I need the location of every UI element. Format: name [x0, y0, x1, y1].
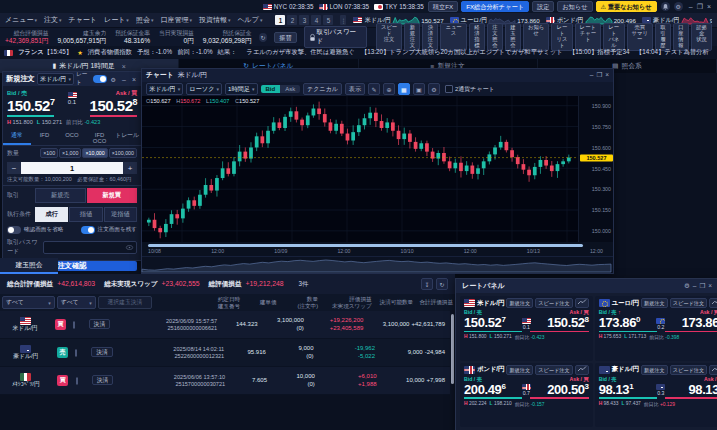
app-window-control[interactable]: × — [705, 3, 713, 11]
gear-icon[interactable]: ⚙ — [674, 2, 683, 11]
chart-pair-select[interactable]: 米ドル/円▾ — [146, 83, 183, 95]
qty-preset-button[interactable]: ×100 — [40, 148, 58, 158]
tile-bid-price[interactable]: 200.496 — [464, 383, 505, 397]
tile-スピード注文-button[interactable]: スピード注文 — [535, 298, 573, 308]
tile-ask-price[interactable]: 173.862 — [682, 316, 717, 330]
order-tab-2[interactable]: OCO — [58, 130, 86, 145]
quick-button[interactable]: レート チャート — [575, 23, 601, 50]
menu-item-注文[interactable]: 注文▾ — [44, 15, 62, 25]
filter-select-1[interactable]: すべて▾ — [57, 296, 96, 309]
menu-item-投資情報[interactable]: 投資情報▾ — [199, 15, 231, 25]
keep-window-toggle[interactable] — [81, 226, 95, 234]
quick-button[interactable]: スピード 注文 — [376, 23, 402, 50]
bell-icon[interactable] — [661, 2, 670, 11]
bulk-close-button[interactable]: 選択建玉決済 — [98, 296, 152, 309]
positions-refresh-icon[interactable]: ↻ — [436, 278, 448, 290]
password-input[interactable] — [43, 241, 137, 254]
tile-ask-price[interactable]: 98.134 — [689, 383, 717, 397]
quick-button[interactable]: レート リスト — [551, 23, 572, 50]
qty-preset-button[interactable]: ×10,000 — [82, 148, 107, 158]
rate-panel-close-icon[interactable]: × — [708, 282, 712, 290]
positions-tab[interactable]: 建玉照会 — [0, 258, 58, 274]
draw-tool-icon[interactable]: ✎ — [368, 83, 380, 95]
menu-item-メニュー[interactable]: メニュー▾ — [5, 15, 37, 25]
export-icon[interactable]: ↧ — [421, 278, 433, 290]
app-window-control[interactable]: – — [687, 3, 695, 11]
tile-スピード注文-button[interactable]: スピード注文 — [535, 365, 573, 375]
qty-preset-button[interactable]: ×1,000 — [59, 148, 81, 158]
filter-select-0[interactable]: すべて▾ — [2, 296, 55, 309]
transfer-button[interactable]: 振替 — [274, 32, 296, 43]
row-checkbox[interactable] — [73, 321, 75, 329]
capture-tool-icon[interactable]: ▣ — [413, 83, 425, 95]
hscroll-thumb[interactable] — [148, 244, 583, 247]
menu-item-口座管理[interactable]: 口座管理▾ — [160, 15, 192, 25]
exec-option-成行[interactable]: 成行 — [35, 207, 68, 222]
buy-button[interactable]: 新規買 — [87, 188, 138, 203]
qty-minus-button[interactable]: − — [7, 162, 21, 174]
tile-新規注文-button[interactable]: 新規注文 — [506, 298, 533, 308]
order-tab-4[interactable]: トレール — [113, 130, 141, 145]
rate-panel-maximize-icon[interactable]: ❐ — [699, 282, 705, 290]
tile-ask-price[interactable]: 150.528 — [547, 316, 588, 330]
exec-option-逆指値[interactable]: 逆指値 — [104, 207, 137, 222]
rate-toggle[interactable] — [93, 75, 107, 83]
tile-スピード注文-button[interactable]: スピード注文 — [670, 298, 708, 308]
zoom-tool-icon[interactable]: ⊕ — [383, 83, 395, 95]
bid-ask-toggle[interactable]: BidAsk — [261, 85, 301, 93]
ask-block[interactable]: Ask / 買 150.528 — [90, 89, 137, 117]
crosshair-tool-icon[interactable]: ▦ — [398, 83, 410, 95]
menu-item-照会[interactable]: 照会▾ — [136, 15, 154, 25]
rate-panel-gear-icon[interactable]: ⚙ — [684, 282, 690, 290]
app-window-control[interactable]: ❐ — [695, 3, 705, 11]
chart-settings-icon[interactable]: ⚙ — [428, 83, 440, 95]
panel-gear-icon[interactable]: ⚙ — [109, 76, 118, 83]
workspace-tab-2[interactable]: 2 — [287, 15, 297, 25]
chart-close-icon[interactable]: × — [605, 71, 609, 79]
pair-select[interactable]: 米ドル/円▾ — [37, 73, 74, 85]
row-checkbox[interactable] — [75, 349, 77, 357]
topbar-button[interactable]: 積立FX — [428, 1, 458, 12]
workspace-tab-4[interactable]: 4 — [311, 15, 321, 25]
tile-新規注文-button[interactable]: 新規注文 — [506, 365, 533, 375]
news-ticker-text[interactable]: ラエルのガザ市攻撃、住民は避難急ぐ 【13:20】トランプ大統領ら20カ国以上が… — [246, 48, 717, 57]
menu-item-チャート[interactable]: チャート — [69, 15, 98, 25]
menu-item-レート[interactable]: レート▾ — [104, 15, 129, 25]
exec-option-指値[interactable]: 指値 — [69, 207, 102, 222]
quick-button[interactable]: 売買 サマリー — [627, 23, 653, 50]
quick-button[interactable]: 注文 照会 — [487, 23, 503, 50]
order-tab-3[interactable]: IFD OCO — [86, 130, 114, 145]
technical-button[interactable]: テクニカル — [303, 83, 342, 95]
close-button[interactable]: 決済 — [89, 319, 111, 329]
quick-button[interactable]: 建玉 照会 — [505, 23, 521, 50]
tile-新規注文-button[interactable]: 新規注文 — [641, 298, 668, 308]
tile-新規注文-button[interactable]: 新規注文 — [641, 365, 668, 375]
rate-panel-minimize-icon[interactable]: – — [693, 282, 697, 290]
quick-button[interactable]: 証拠金 状況 — [691, 23, 712, 50]
quick-button[interactable]: お知らせ — [523, 23, 549, 50]
qty-preset-button[interactable]: ×100,000 — [109, 148, 137, 158]
tile-bid-price[interactable]: 98.131 — [599, 383, 634, 397]
workspace-tab-1[interactable]: 1 — [275, 15, 285, 25]
topbar-button[interactable]: ⚠ 重要なお知らせ — [596, 1, 657, 12]
quick-button[interactable]: ニュース — [440, 23, 466, 50]
chart-minimize-icon[interactable]: – — [590, 71, 594, 79]
menu-item-ヘルプ[interactable]: ヘルプ▾ — [237, 15, 262, 25]
tile-ask-price[interactable]: 200.503 — [547, 383, 588, 397]
panel-minimize-icon[interactable]: – — [120, 76, 128, 83]
workspace-tab-5[interactable]: 5 — [323, 15, 333, 25]
chart-type-select[interactable]: ローソク▾ — [186, 83, 222, 95]
tile-chart-button[interactable] — [709, 298, 717, 308]
refresh-icon[interactable]: ↻ — [259, 33, 268, 42]
vscroll-thumb[interactable] — [451, 314, 454, 384]
display-button[interactable]: 表示 — [345, 83, 365, 95]
quick-button[interactable]: 口座 情報 — [673, 23, 689, 50]
qty-value[interactable]: 1 — [21, 162, 123, 174]
topbar-button[interactable]: 設定 — [532, 1, 554, 12]
workspace-tab-3[interactable]: 3 — [299, 15, 309, 25]
quick-button[interactable]: 取引 履歴 — [655, 23, 671, 50]
tile-bid-price[interactable]: 150.527 — [464, 316, 505, 330]
chart-plot-area[interactable]: O150.627 H150.672 L150.407 C150.527 150.… — [142, 96, 613, 242]
row-checkbox[interactable] — [76, 377, 78, 385]
topbar-button[interactable]: お知らせ — [557, 1, 592, 12]
